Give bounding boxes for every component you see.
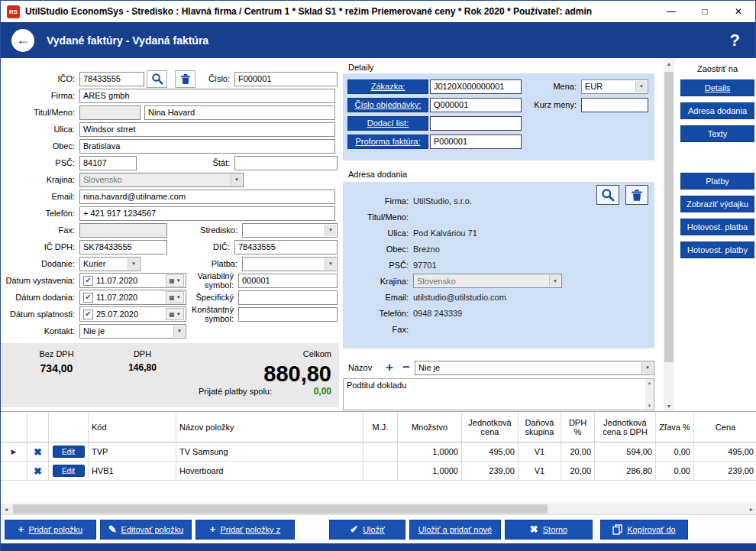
telefon-input[interactable] (79, 206, 335, 221)
objednavka-input[interactable] (430, 98, 522, 112)
scroll-down-icon[interactable]: ▼ (664, 400, 674, 411)
scroll-right-icon[interactable]: ► (746, 504, 756, 514)
stat-input[interactable] (234, 156, 338, 170)
main-vertical-scrollbar[interactable]: ▲ ▼ (664, 58, 674, 411)
fax-input[interactable] (79, 223, 167, 238)
adresa-delete-button[interactable] (625, 185, 648, 205)
back-button[interactable]: ← (11, 29, 34, 52)
dic-input[interactable] (234, 240, 338, 254)
sidebar-button-texty[interactable]: Texty (680, 125, 754, 142)
dodaci-list-link-button[interactable]: Dodací list: (347, 116, 428, 131)
cancel-button[interactable]: ✖ Storno (505, 520, 593, 540)
variabilny-input[interactable] (238, 274, 338, 288)
psc-input[interactable] (79, 156, 137, 170)
copy-to-button[interactable]: Kopírovať do (600, 520, 688, 540)
ad-firma-value: UtilStudio, s.r.o. (413, 196, 472, 206)
dodaci-list-input[interactable] (430, 116, 522, 131)
ad-email-value: utilstudio@utilstudio.com (413, 293, 506, 302)
objednavka-link-button[interactable]: Číslo objednávky: (347, 98, 428, 112)
firma-input[interactable] (79, 89, 335, 103)
scrollbar-thumb[interactable] (664, 72, 674, 362)
sidebar-button-adresa-dodania[interactable]: Adresa dodania (680, 102, 754, 119)
add-item-button[interactable]: + Pridať položku (5, 520, 96, 540)
dodanie-select[interactable]: Kurier ▼ (79, 257, 141, 271)
kontakt-select[interactable]: Nie je ▼ (79, 324, 186, 339)
edit-item-button[interactable]: ✎ Editovať položku (100, 520, 192, 540)
sidebar-button-platby[interactable]: Platby (680, 173, 754, 190)
minimize-button[interactable]: — (654, 1, 688, 22)
icdph-label: IČ DPH: (3, 242, 79, 251)
maximize-button[interactable]: □ (688, 1, 722, 22)
ad-krajina-select[interactable]: Slovensko ▼ (413, 274, 562, 288)
datum-dodania-input[interactable]: ✔ 11.07.2020 ▦▼ (79, 290, 186, 305)
date-picker-button[interactable]: ▦▼ (166, 274, 184, 287)
konstantny-input[interactable] (238, 307, 338, 322)
ad-ulica-value: Pod Kalváriou 71 (413, 229, 477, 238)
scroll-up-icon[interactable]: ▲ (664, 58, 674, 69)
proforma-input[interactable] (430, 135, 522, 149)
app-window: RS UtilStudio EconomSys - Stredisko : Hl… (0, 0, 756, 551)
stredisko-label: Stredisko: (167, 225, 242, 235)
date-picker-button[interactable]: ▦▼ (166, 291, 184, 303)
zakazka-input[interactable] (430, 79, 522, 94)
nazov-select[interactable]: Nie je ▼ (415, 361, 654, 375)
chevron-down-icon: ▼ (176, 312, 181, 316)
stredisko-select[interactable]: ▼ (242, 223, 338, 238)
help-icon[interactable]: ? (725, 31, 745, 50)
window-title: UtilStudio EconomSys - Stredisko : Hlavn… (25, 6, 654, 17)
celkom-label: Celkom (179, 349, 331, 358)
scroll-left-icon[interactable]: ◄ (1, 504, 11, 514)
focus-sidebar: Zaostriť na Details Adresa dodania Texty… (676, 58, 756, 411)
scrollbar-thumb[interactable] (13, 504, 548, 514)
specificky-input[interactable] (238, 290, 338, 305)
edit-row-button[interactable]: Edit (53, 465, 85, 477)
add-items-from-button[interactable]: + Pridať položky z (195, 520, 295, 540)
obec-input[interactable] (79, 139, 335, 154)
grid-horizontal-scrollbar[interactable]: ◄ ► (1, 504, 756, 514)
proforma-link-button[interactable]: Proforma faktúra: (347, 135, 428, 149)
platba-select[interactable]: ▼ (242, 257, 338, 271)
save-button[interactable]: ✔ Uložiť (329, 520, 405, 540)
remove-text-button[interactable]: − (398, 360, 415, 375)
partner-search-button[interactable] (147, 70, 167, 88)
table-row[interactable]: ✖ Edit HVB1 Hoverboard 1,0000 239,00 V1 … (1, 462, 756, 481)
table-row[interactable]: ▶ ✖ Edit TVP TV Samsung 1,0000 495,00 V1… (1, 442, 756, 462)
ulica-input[interactable] (79, 122, 335, 137)
date-picker-button[interactable]: ▦▼ (166, 308, 184, 320)
checkbox-checked[interactable]: ✔ (83, 310, 93, 319)
checkbox-checked[interactable]: ✔ (83, 276, 93, 286)
ico-input[interactable] (79, 72, 144, 86)
kurz-meny-input[interactable] (581, 98, 648, 112)
icdph-input[interactable] (79, 240, 167, 254)
dph-value: 146,80 (106, 362, 179, 373)
delete-row-icon[interactable]: ✖ (34, 465, 42, 477)
sidebar-button-hotovost-platba[interactable]: Hotovost. platba (680, 219, 754, 235)
sidebar-button-details[interactable]: Details (680, 79, 754, 96)
partner-delete-button[interactable] (175, 70, 195, 88)
edit-row-button[interactable]: Edit (53, 446, 85, 458)
save-and-new-button[interactable]: Uložiť a pridať nové (409, 520, 501, 540)
add-text-button[interactable]: + (381, 360, 398, 375)
titul-input[interactable] (79, 105, 141, 120)
textarea-scrollbar[interactable]: ▲ ▼ (645, 379, 654, 410)
meno-input[interactable] (144, 105, 335, 120)
datum-splatnosti-input[interactable]: ✔ 25.07.2020 ▦▼ (79, 306, 186, 322)
cislo-input[interactable] (234, 72, 338, 86)
cislo-label: Číslo: (195, 74, 234, 83)
stat-label: Štát: (137, 158, 234, 167)
podtitul-textarea[interactable]: Podtitul dokladu ▲ ▼ (343, 378, 654, 410)
zakazka-link-button[interactable]: Zákazka: (347, 79, 428, 94)
checkbox-checked[interactable]: ✔ (83, 293, 93, 303)
mena-select[interactable]: EUR ▼ (581, 79, 648, 94)
email-input[interactable] (79, 190, 335, 204)
close-button[interactable]: ✕ (722, 1, 755, 22)
datum-vystavenia-input[interactable]: ✔ 11.07.2020 ▦▼ (79, 273, 186, 288)
delete-row-icon[interactable]: ✖ (34, 446, 42, 458)
sidebar-button-zobrazit-vydajku[interactable]: Zobraziť výdajku (680, 196, 754, 212)
minus-icon: − (402, 360, 410, 374)
sidebar-button-hotovost-platby[interactable]: Hotovost. platby (680, 241, 754, 258)
cell-ds: V1 (519, 442, 561, 461)
adresa-search-button[interactable] (596, 185, 619, 205)
krajina-select[interactable]: Slovensko ▼ (79, 173, 244, 187)
back-arrow-icon: ← (16, 32, 30, 48)
